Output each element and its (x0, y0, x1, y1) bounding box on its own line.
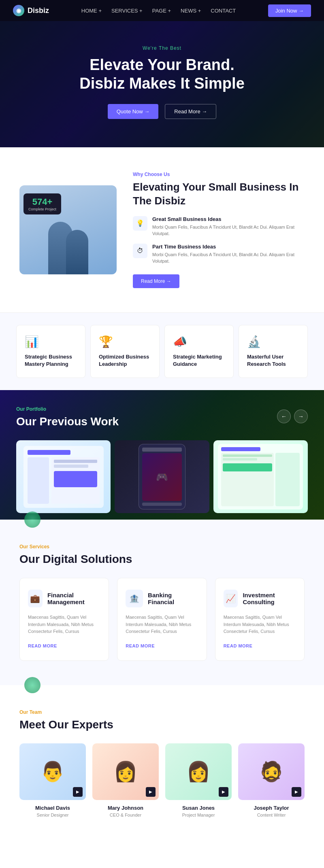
hero-buttons: Quote Now → Read More → (79, 104, 245, 119)
solution-3-link[interactable]: READ MORE (224, 643, 253, 648)
why-item-2-title: Part Time Business Ideas (152, 244, 305, 250)
services-icons-row: 📊 Strategic Business Mastery Planning 🏆 … (0, 312, 324, 390)
nav-links: HOME + SERVICES + PAGE + NEWS + CONTACT (81, 7, 236, 14)
why-image-column: 574+ Complete Project (19, 185, 117, 274)
part-time-icon: ⏱ (133, 244, 147, 258)
solution-card-1: 💼 Financial Management Maecenas Sagittis… (19, 578, 109, 661)
solution-card-3: 📈 Investment Consulting Maecenas Sagitti… (215, 578, 305, 661)
service-card-4[interactable]: 🔬 Masterful User Research Tools (239, 325, 308, 378)
nav-page[interactable]: PAGE + (152, 8, 171, 14)
service-3-title: Strategic Marketing Guidance (173, 353, 225, 368)
user-research-icon: 🔬 (247, 335, 299, 348)
portfolio-grid: 🎮 (16, 440, 308, 513)
hero-content: We're The Best Elevate Your Brand. Disbi… (79, 45, 245, 119)
solution-2-desc: Maecenas Sagittis, Quam Vel Interdum Mal… (126, 614, 198, 635)
solution-1-desc: Maecenas Sagittis, Quam Vel Interdum Mal… (28, 614, 100, 635)
why-item-1-desc: Morbi Quam Felis, Faucibus A Tincidunt U… (152, 224, 305, 237)
team-member-2-role: CEO & Founder (92, 813, 159, 817)
portfolio-tag: Our Portfolio (16, 406, 119, 412)
solutions-grid: 💼 Financial Management Maecenas Sagittis… (19, 578, 305, 661)
service-card-2[interactable]: 🏆 Optimized Business Leadership (90, 325, 160, 378)
service-card-1[interactable]: 📊 Strategic Business Mastery Planning (16, 325, 85, 378)
why-item-1-text: Great Small Business Ideas Morbi Quam Fe… (152, 216, 305, 237)
why-text-column: Why Choose Us Elevating Your Small Busin… (133, 172, 305, 288)
nav-home[interactable]: HOME + (81, 8, 102, 14)
solutions-section: Our Services Our Digital Solutions 💼 Fin… (0, 520, 324, 685)
solution-2-header: 🏦 Banking Financial (126, 590, 198, 607)
team-tag: Our Team (19, 709, 305, 715)
nav-contact[interactable]: CONTACT (211, 8, 236, 14)
hero-section: We're The Best Elevate Your Brand. Disbi… (0, 21, 324, 147)
brand-name: Disbiz (28, 6, 49, 15)
brand-logo[interactable]: ◉ Disbiz (13, 5, 49, 16)
service-1-title: Strategic Business Mastery Planning (25, 353, 77, 368)
why-heading: Elevating Your Small Business In The Dis… (133, 180, 305, 208)
team-member-3-play[interactable]: ▶ (219, 787, 228, 797)
portfolio-nav: ← → (277, 410, 308, 423)
solutions-tag: Our Services (19, 544, 305, 550)
join-now-button[interactable]: Join Now → (268, 4, 311, 17)
banking-icon: 🏦 (126, 590, 143, 607)
solution-1-title: Financial Management (47, 592, 100, 605)
optimized-business-icon: 🏆 (99, 335, 151, 348)
nav-news[interactable]: NEWS + (181, 8, 201, 14)
solution-3-desc: Maecenas Sagittis, Quam Vel Interdum Mal… (224, 614, 296, 635)
portfolio-card-2[interactable]: 🎮 (115, 440, 209, 513)
team-grid: 👨 ▶ Michael Davis Senior Designer 👩 ▶ Ma… (19, 743, 305, 817)
team-decorative-dot (24, 677, 40, 693)
why-item-1-title: Great Small Business Ideas (152, 216, 305, 222)
portfolio-prev-button[interactable]: ← (277, 410, 291, 423)
hero-tag: We're The Best (79, 45, 245, 51)
team-member-4-role: Content Writer (238, 813, 305, 817)
solutions-heading: Our Digital Solutions (19, 553, 305, 566)
read-more-hero-button[interactable]: Read More → (165, 104, 216, 119)
portfolio-next-button[interactable]: → (294, 410, 308, 423)
service-card-3[interactable]: 📣 Strategic Marketing Guidance (164, 325, 234, 378)
portfolio-header: Our Portfolio Our Previous Work ← → (16, 406, 308, 428)
why-tag: Why Choose Us (133, 172, 305, 177)
team-member-1-name: Michael Davis (19, 805, 86, 811)
team-member-2-play[interactable]: ▶ (146, 787, 156, 797)
solution-3-title: Investment Consulting (243, 592, 296, 605)
strategic-business-icon: 📊 (25, 335, 77, 348)
team-member-2: 👩 ▶ Mary Johnson CEO & Founder (92, 743, 159, 817)
financial-mgmt-icon: 💼 (28, 590, 43, 607)
team-member-3: 👩 ▶ Susan Jones Project Manager (165, 743, 232, 817)
badge-number: 574+ (28, 197, 56, 207)
why-readmore-button[interactable]: Read More → (133, 274, 179, 288)
solution-1-link[interactable]: READ MORE (28, 643, 57, 648)
person-front (66, 230, 88, 274)
navbar: ◉ Disbiz HOME + SERVICES + PAGE + NEWS +… (0, 0, 324, 21)
solution-2-link[interactable]: READ MORE (126, 643, 155, 648)
team-member-3-role: Project Manager (165, 813, 232, 817)
why-item-2-text: Part Time Business Ideas Morbi Quam Feli… (152, 244, 305, 265)
solution-3-header: 📈 Investment Consulting (224, 590, 296, 607)
why-item-1: 💡 Great Small Business Ideas Morbi Quam … (133, 216, 305, 237)
strategic-marketing-icon: 📣 (173, 335, 225, 348)
team-photo-2: 👩 ▶ (92, 743, 159, 800)
service-2-title: Optimized Business Leadership (99, 353, 151, 368)
service-4-title: Masterful User Research Tools (247, 353, 299, 368)
solution-2-title: Banking Financial (148, 592, 198, 605)
team-member-4-play[interactable]: ▶ (292, 787, 301, 797)
team-member-4-name: Joseph Taylor (238, 805, 305, 811)
project-badge: 574+ Complete Project (23, 193, 61, 214)
team-member-1-play[interactable]: ▶ (73, 787, 83, 797)
why-item-2-desc: Morbi Quam Felis, Faucibus A Tincidunt U… (152, 251, 305, 265)
portfolio-card-1[interactable] (16, 440, 111, 513)
logo-icon: ◉ (13, 5, 24, 16)
portfolio-card-3[interactable] (213, 440, 308, 513)
why-choose-section: 574+ Complete Project Why Choose Us Elev… (0, 147, 324, 312)
investment-icon: 📈 (224, 590, 238, 607)
solution-card-2: 🏦 Banking Financial Maecenas Sagittis, Q… (117, 578, 207, 661)
solution-1-header: 💼 Financial Management (28, 590, 100, 607)
team-member-3-name: Susan Jones (165, 805, 232, 811)
quote-now-button[interactable]: Quote Now → (108, 104, 159, 119)
team-heading: Meet Our Experts (19, 718, 305, 731)
nav-services[interactable]: SERVICES + (111, 8, 143, 14)
team-photo-3: 👩 ▶ (165, 743, 232, 800)
team-photo-4: 🧔 ▶ (238, 743, 305, 800)
portfolio-section: Our Portfolio Our Previous Work ← → (0, 390, 324, 520)
badge-label: Complete Project (28, 207, 56, 211)
hero-title-line1: Elevate Your Brand. (90, 56, 234, 73)
